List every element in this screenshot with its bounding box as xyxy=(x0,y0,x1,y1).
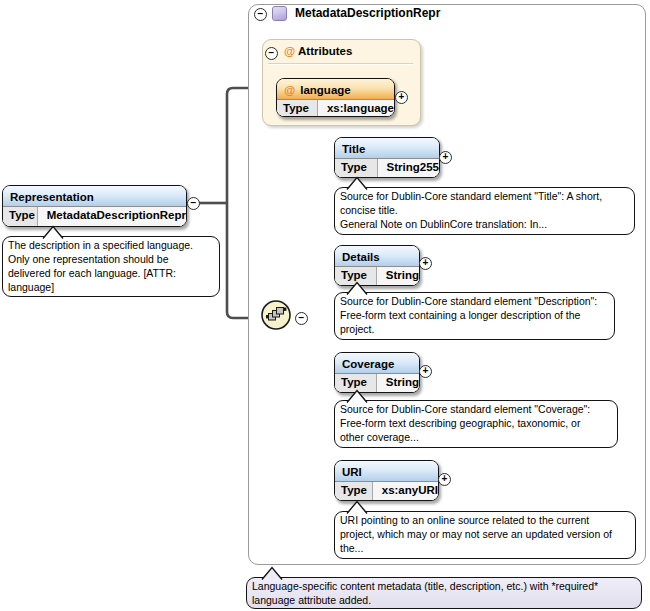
element-box-representation[interactable]: Representation Type MetadataDescriptionR… xyxy=(2,185,187,227)
attribute-name: language xyxy=(300,84,350,96)
element-name: Representation xyxy=(10,191,94,203)
type-value: String xyxy=(377,267,419,286)
annotation-text: The description in a specified language.… xyxy=(3,237,219,296)
expand-glyph: + xyxy=(442,474,448,484)
annotation-representation: The description in a specified language.… xyxy=(2,236,220,297)
element-box-details[interactable]: Details Type String xyxy=(334,245,420,286)
type-value: xs:language xyxy=(318,100,394,117)
expand-glyph: + xyxy=(443,152,449,162)
collapse-glyph: − xyxy=(191,198,197,208)
collapse-icon[interactable]: − xyxy=(254,8,267,21)
annotation-title: Source for Dublin-Core standard element … xyxy=(334,187,635,235)
collapse-icon-sequence[interactable]: − xyxy=(295,312,308,325)
attribute-type-row: Type xs:language xyxy=(277,100,394,117)
attribute-box-language[interactable]: @ language Type xs:language xyxy=(276,78,395,117)
element-header: URI xyxy=(335,461,438,482)
collapse-glyph: − xyxy=(269,48,275,58)
collapse-glyph: − xyxy=(299,313,305,323)
element-box-coverage[interactable]: Coverage Type String xyxy=(334,352,420,393)
attributes-divider xyxy=(268,63,413,65)
callout-pointer xyxy=(41,225,65,239)
callout-pointer xyxy=(345,500,369,514)
schema-diagram: − MetadataDescriptionRepr − @ Attributes… xyxy=(0,0,650,611)
type-value: String255 xyxy=(378,159,439,178)
annotation-text: Source for Dublin-Core standard element … xyxy=(335,293,614,339)
complex-type-title: MetadataDescriptionRepr xyxy=(295,6,440,20)
element-type-row: Type MetadataDescriptionRepr xyxy=(3,207,186,227)
annotation-details: Source for Dublin-Core standard element … xyxy=(334,292,615,340)
element-name: Coverage xyxy=(342,358,394,370)
sequence-compositor-icon[interactable] xyxy=(260,299,293,332)
element-name: Details xyxy=(342,251,380,263)
element-box-title[interactable]: Title Type String255 xyxy=(334,137,440,178)
element-name: URI xyxy=(342,466,362,478)
expand-icon-coverage[interactable]: + xyxy=(419,365,432,378)
expand-icon-details[interactable]: + xyxy=(419,257,432,270)
callout-pointer xyxy=(345,281,369,295)
expand-glyph: + xyxy=(423,258,429,268)
attribute-at-icon: @ xyxy=(284,45,295,57)
expand-icon-language[interactable]: + xyxy=(395,91,408,104)
annotation-uri: URI pointing to an online source related… xyxy=(334,511,636,559)
type-label: Type xyxy=(3,207,38,227)
collapse-icon-representation[interactable]: − xyxy=(187,197,200,210)
expand-icon-uri[interactable]: + xyxy=(438,473,451,486)
type-label: Type xyxy=(277,100,318,117)
annotation-text: URI pointing to an online source related… xyxy=(335,512,635,558)
complex-type-icon xyxy=(272,6,287,21)
attribute-header: @ language xyxy=(277,79,394,100)
collapse-glyph: − xyxy=(258,9,264,19)
element-header: Coverage xyxy=(335,353,419,374)
expand-icon-title[interactable]: + xyxy=(439,151,452,164)
annotation-text: Source for Dublin-Core standard element … xyxy=(335,401,617,447)
attributes-collapse-icon[interactable]: − xyxy=(265,47,278,60)
attributes-header: Attributes xyxy=(298,45,352,57)
annotation-text: Language-specific content metadata (titl… xyxy=(247,578,641,610)
expand-glyph: + xyxy=(399,92,405,102)
element-type-row: Type xs:anyURI xyxy=(335,482,438,501)
type-value: String xyxy=(377,374,419,393)
expand-glyph: + xyxy=(423,366,429,376)
at-icon: @ xyxy=(284,84,295,96)
callout-pointer xyxy=(260,566,284,580)
annotation-text: Source for Dublin-Core standard element … xyxy=(335,188,634,234)
type-value: MetadataDescriptionRepr xyxy=(38,207,186,227)
type-value: xs:anyURI xyxy=(373,482,438,501)
element-name: Title xyxy=(342,143,365,155)
annotation-complex-type: Language-specific content metadata (titl… xyxy=(246,577,642,609)
element-box-uri[interactable]: URI Type xs:anyURI xyxy=(334,460,439,501)
callout-pointer xyxy=(345,176,369,190)
element-header: Representation xyxy=(3,186,186,207)
type-label: Type xyxy=(335,482,373,501)
callout-pointer xyxy=(345,389,369,403)
element-header: Details xyxy=(335,246,419,267)
element-header: Title xyxy=(335,138,439,159)
annotation-coverage: Source for Dublin-Core standard element … xyxy=(334,400,618,448)
